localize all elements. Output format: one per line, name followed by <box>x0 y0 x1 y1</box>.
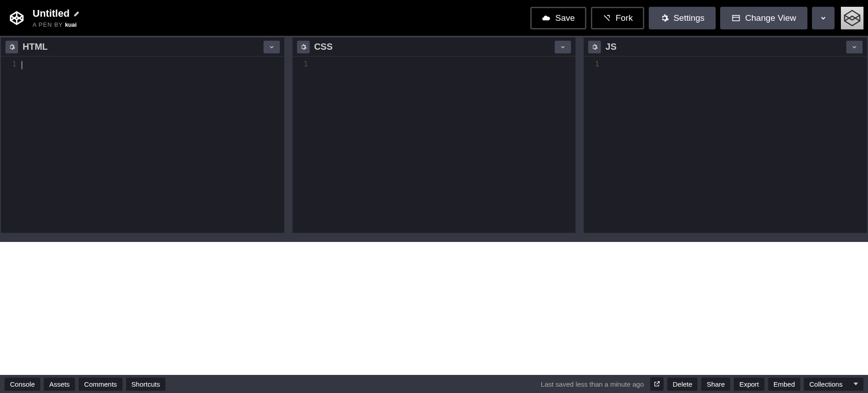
collections-button[interactable]: Collections <box>804 378 863 391</box>
header-actions: Save Fork Settings Change View <box>530 7 863 29</box>
view-icon <box>731 14 741 23</box>
html-editor-pane: HTML 1 <box>1 38 284 233</box>
line-number: 1 <box>1 60 16 68</box>
html-editor-header: HTML <box>1 38 284 57</box>
fork-button[interactable]: Fork <box>591 7 644 29</box>
line-number: 1 <box>292 60 308 68</box>
subtitle-prefix: A PEN BY <box>33 21 65 28</box>
js-editor-header: JS <box>584 38 867 57</box>
gear-icon <box>300 43 307 51</box>
svg-rect-3 <box>733 15 740 21</box>
css-editor-body[interactable]: 1 <box>292 57 576 233</box>
console-button[interactable]: Console <box>5 378 40 391</box>
cloud-icon <box>542 14 551 23</box>
title-block: Untitled A PEN BY kuai <box>33 8 80 28</box>
pencil-icon[interactable] <box>73 10 80 17</box>
gear-icon <box>8 43 15 51</box>
author-name[interactable]: kuai <box>65 21 77 28</box>
assets-button[interactable]: Assets <box>44 378 75 391</box>
shortcuts-button[interactable]: Shortcuts <box>126 378 165 391</box>
pen-subtitle: A PEN BY kuai <box>33 21 80 28</box>
fork-icon <box>602 14 611 23</box>
editors-container: HTML 1 CSS <box>0 36 868 233</box>
share-button[interactable]: Share <box>701 378 730 391</box>
chevron-down-icon <box>269 44 275 50</box>
html-dropdown-button[interactable] <box>264 41 280 53</box>
header: Untitled A PEN BY kuai Save Fork Se <box>0 0 868 36</box>
export-button[interactable]: Export <box>734 378 764 391</box>
html-editor-label: HTML <box>23 42 48 52</box>
settings-button[interactable]: Settings <box>649 7 716 29</box>
change-view-dropdown[interactable] <box>812 7 835 29</box>
css-editor-label: CSS <box>314 42 333 52</box>
html-gutter: 1 <box>1 60 21 233</box>
js-gutter: 1 <box>584 60 604 233</box>
css-settings-button[interactable] <box>297 41 310 53</box>
external-link-icon <box>653 380 660 388</box>
js-dropdown-button[interactable] <box>846 41 863 53</box>
comments-button[interactable]: Comments <box>79 378 123 391</box>
css-editor-header: CSS <box>292 38 576 57</box>
horizontal-resize-handle[interactable] <box>0 233 868 242</box>
pen-title[interactable]: Untitled <box>33 8 70 19</box>
caret-down-icon <box>854 383 858 385</box>
chevron-down-icon <box>820 14 827 22</box>
html-code-area[interactable] <box>21 60 284 233</box>
css-code-area[interactable] <box>312 60 576 233</box>
gear-icon <box>591 43 598 51</box>
open-external-button[interactable] <box>650 377 664 391</box>
codepen-logo-icon[interactable] <box>7 9 26 28</box>
html-editor-body[interactable]: 1 <box>1 57 284 233</box>
output-preview[interactable] <box>0 242 868 375</box>
js-code-area[interactable] <box>604 60 867 233</box>
save-button[interactable]: Save <box>530 7 586 29</box>
js-editor-pane: JS 1 <box>584 38 867 233</box>
css-dropdown-button[interactable] <box>555 41 571 53</box>
user-avatar[interactable] <box>841 7 863 29</box>
last-saved-text: Last saved less than a minute ago <box>541 380 644 388</box>
gear-icon <box>660 14 669 23</box>
html-settings-button[interactable] <box>5 41 18 53</box>
footer: Console Assets Comments Shortcuts Last s… <box>0 375 868 393</box>
chevron-down-icon <box>560 44 566 50</box>
css-gutter: 1 <box>292 60 312 233</box>
js-settings-button[interactable] <box>588 41 601 53</box>
delete-button[interactable]: Delete <box>667 378 698 391</box>
js-editor-label: JS <box>605 42 616 52</box>
svg-marker-5 <box>844 10 860 26</box>
chevron-down-icon <box>851 44 858 50</box>
css-editor-pane: CSS 1 <box>292 38 576 233</box>
embed-button[interactable]: Embed <box>768 378 801 391</box>
line-number: 1 <box>584 60 599 68</box>
js-editor-body[interactable]: 1 <box>584 57 867 233</box>
change-view-button[interactable]: Change View <box>720 7 807 29</box>
text-cursor <box>22 61 22 69</box>
